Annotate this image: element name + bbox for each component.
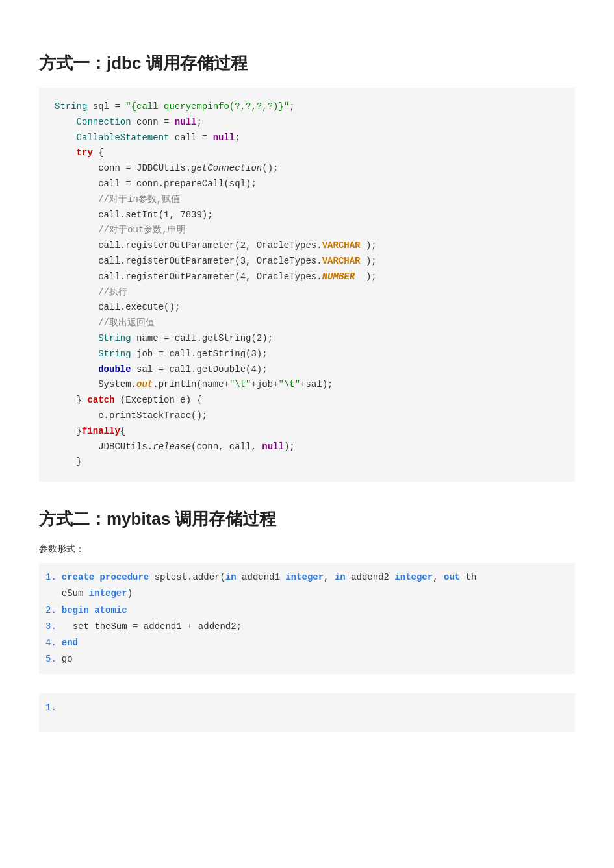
numbered-code-block-1: 1. create procedure sptest.adder(in adde…: [39, 563, 575, 674]
numbered-line-3: 3. set theSum = addend1 + addend2;: [39, 619, 575, 635]
section2-title: 方式二：mybitas 调用存储过程: [39, 508, 575, 530]
numbered-code-block-2: 1.: [39, 693, 575, 732]
numbered-line-empty-1: 1.: [39, 700, 575, 716]
section2: 方式二：mybitas 调用存储过程 参数形式： 1. create proce…: [39, 508, 575, 732]
section1: 方式一：jdbc 调用存储过程 String sql = "{call quer…: [39, 52, 575, 482]
section1-title: 方式一：jdbc 调用存储过程: [39, 52, 575, 75]
numbered-line-1: 1. create procedure sptest.adder(in adde…: [39, 569, 575, 602]
numbered-line-5: 5. go: [39, 651, 575, 667]
numbered-line-2: 2. begin atomic: [39, 602, 575, 619]
code-block-jdbc: String sql = "{call queryempinfo(?,?,?,?…: [39, 88, 575, 482]
section2-desc: 参数形式：: [39, 543, 575, 555]
numbered-line-4: 4. end: [39, 635, 575, 651]
